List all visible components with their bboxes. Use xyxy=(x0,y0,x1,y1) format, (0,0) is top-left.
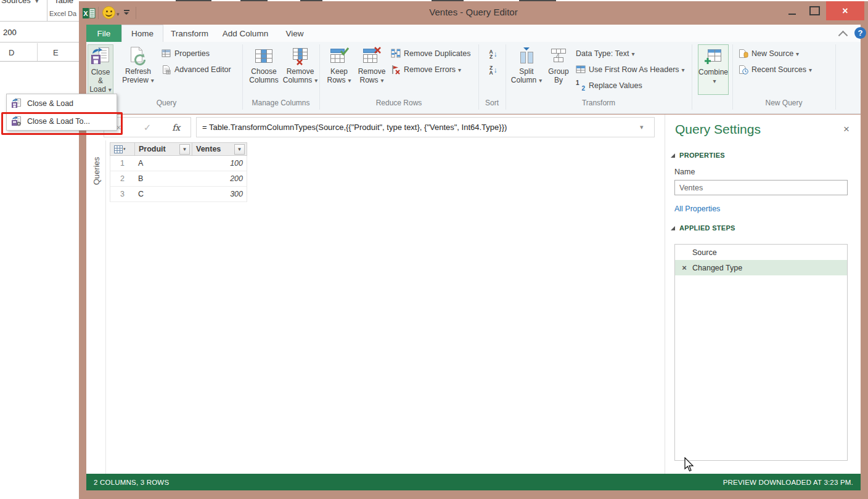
remove-columns-label2: Columns xyxy=(283,76,312,84)
queries-pane[interactable]: Queries xyxy=(86,140,106,474)
group-label-reduce-rows: Reduce Rows xyxy=(319,99,478,108)
collapse-ribbon-icon[interactable] xyxy=(838,31,848,41)
recent-sources-icon xyxy=(739,65,748,75)
close-window-button[interactable]: × xyxy=(826,1,864,20)
applied-step-source[interactable]: Source xyxy=(675,245,847,260)
remove-columns-button[interactable]: Remove Columns▾ xyxy=(282,44,318,95)
remove-errors-button[interactable]: Remove Errors ▾ xyxy=(391,63,461,76)
dropdown-caret-icon: ▾ xyxy=(380,77,383,84)
remove-duplicates-button[interactable]: Remove Duplicates xyxy=(391,47,470,60)
keep-rows-icon xyxy=(329,46,349,66)
digit-two-glyph: 2 xyxy=(581,85,585,92)
select-all-header-cell[interactable]: ▾ xyxy=(110,142,135,156)
maximize-button[interactable] xyxy=(804,1,825,20)
cell-produit[interactable]: B xyxy=(134,171,192,187)
divider xyxy=(835,44,836,110)
tab-view[interactable]: View xyxy=(275,25,314,42)
cell-produit[interactable]: A xyxy=(134,156,192,171)
query-settings-title: Query Settings xyxy=(675,122,761,137)
new-source-label: New Source xyxy=(751,49,793,58)
group-by-button[interactable]: Group By xyxy=(545,44,572,95)
column-header-e[interactable]: E xyxy=(53,48,59,57)
ribbon-tab-row: File Home Transform Add Column View ? xyxy=(86,25,861,42)
cell-ventes[interactable]: 300 xyxy=(192,187,247,202)
cell-produit[interactable]: C xyxy=(134,187,192,202)
all-properties-link[interactable]: All Properties xyxy=(674,205,720,213)
split-column-label2: Column xyxy=(511,76,536,84)
delete-step-icon[interactable]: × xyxy=(680,263,689,272)
commit-formula-icon[interactable]: ✓ xyxy=(133,122,162,133)
new-source-button[interactable]: New Source ▾ xyxy=(739,47,799,60)
window-title: Ventes - Query Editor xyxy=(79,7,868,17)
keep-rows-button[interactable]: Keep Rows▾ xyxy=(326,44,353,95)
close-and-load-button[interactable]: Close & Load▾ xyxy=(88,44,113,95)
get-external-sources-button[interactable]: Sources ▾ xyxy=(1,0,38,5)
minimize-button[interactable] xyxy=(782,1,803,20)
combine-button[interactable]: Combine ▾ xyxy=(698,44,729,95)
advanced-editor-button[interactable]: Advanced Editor xyxy=(162,63,231,76)
tab-home[interactable]: Home xyxy=(121,25,163,42)
collapse-triangle-icon xyxy=(671,153,675,158)
titlebar[interactable]: X ▾ Ventes - Query Editor × xyxy=(79,1,868,25)
row-number-cell[interactable]: 2 xyxy=(110,171,135,187)
data-type-button[interactable]: Data Type: Text ▾ xyxy=(576,47,634,60)
tab-add-column[interactable]: Add Column xyxy=(216,25,275,42)
row-number-cell[interactable]: 1 xyxy=(110,156,135,171)
choose-columns-icon xyxy=(254,46,274,66)
refresh-preview-icon xyxy=(128,46,148,66)
replace-values-button[interactable]: 1 2 Replace Values xyxy=(576,79,642,92)
remove-rows-label: Remove xyxy=(358,67,386,76)
filter-dropdown-button[interactable]: ▼ xyxy=(179,144,190,155)
split-column-button[interactable]: Split Column▾ xyxy=(510,44,542,95)
recent-sources-button[interactable]: Recent Sources ▾ xyxy=(739,63,812,76)
properties-header-label: PROPERTIES xyxy=(679,152,725,159)
advanced-editor-icon xyxy=(162,65,171,75)
select-all-caret-icon: ▾ xyxy=(123,147,126,152)
tab-file[interactable]: File xyxy=(86,25,121,42)
column-header-d[interactable]: D xyxy=(9,48,14,57)
applied-steps-header-label: APPLIED STEPS xyxy=(679,224,735,232)
formula-input[interactable]: = Table.TransformColumnTypes(Source,{{"P… xyxy=(196,117,655,137)
table-button[interactable]: Table xyxy=(54,0,73,5)
refresh-label2: Preview xyxy=(122,76,149,84)
remove-rows-button[interactable]: Remove Rows▾ xyxy=(355,44,388,95)
step-label: Source xyxy=(692,248,717,257)
query-name-input[interactable]: Ventes xyxy=(674,180,848,195)
query-settings-close-icon[interactable]: × xyxy=(843,123,850,136)
use-first-row-as-headers-button[interactable]: Use First Row As Headers ▾ xyxy=(576,63,685,76)
digit-one-glyph: 1 xyxy=(576,79,579,86)
help-icon[interactable]: ? xyxy=(854,27,866,39)
divider xyxy=(37,43,38,61)
close-icon: × xyxy=(842,6,848,17)
recent-sources-label: Recent Sources xyxy=(751,65,806,74)
dropdown-caret-icon: ▾ xyxy=(796,51,799,57)
screen: Sources ▾ Table Excel Da 200 D E X xyxy=(0,0,868,499)
formula-expand-caret-icon[interactable]: ▾ xyxy=(640,123,644,131)
properties-icon xyxy=(162,49,171,59)
menu-item-close-and-load[interactable]: Close & Load xyxy=(7,94,117,112)
sort-ascending-button[interactable]: AZ ↓ xyxy=(485,47,502,62)
split-column-label: Split xyxy=(519,67,533,76)
new-source-icon xyxy=(739,49,748,59)
column-header-ventes[interactable]: Ventes ▼ xyxy=(192,142,247,156)
column-header-produit[interactable]: Produit ▼ xyxy=(134,142,192,156)
properties-button[interactable]: Properties xyxy=(162,47,210,60)
filter-dropdown-button[interactable]: ▼ xyxy=(234,144,245,155)
cell-ventes[interactable]: 200 xyxy=(192,171,247,187)
group-by-label: Group xyxy=(548,67,568,76)
advanced-editor-label: Advanced Editor xyxy=(174,65,231,74)
applied-steps-section-header[interactable]: APPLIED STEPS xyxy=(671,224,735,232)
row-number-cell[interactable]: 3 xyxy=(110,187,135,202)
sort-descending-button[interactable]: ZA ↓ xyxy=(485,63,502,78)
applied-step-changed-type[interactable]: × Changed Type xyxy=(675,260,847,275)
properties-section-header[interactable]: PROPERTIES xyxy=(671,152,725,159)
fx-icon[interactable]: fx xyxy=(162,123,190,132)
tab-transform[interactable]: Transform xyxy=(163,25,216,42)
dropdown-caret-icon: ▾ xyxy=(713,78,716,84)
choose-columns-button[interactable]: Choose Columns xyxy=(248,44,280,95)
dropdown-caret-icon: ▾ xyxy=(539,77,542,84)
cell-ventes[interactable]: 100 xyxy=(192,156,247,171)
dropdown-caret-icon: ▾ xyxy=(458,67,461,73)
refresh-preview-button[interactable]: Refresh Preview▾ xyxy=(118,44,158,95)
remove-errors-icon xyxy=(391,65,401,75)
